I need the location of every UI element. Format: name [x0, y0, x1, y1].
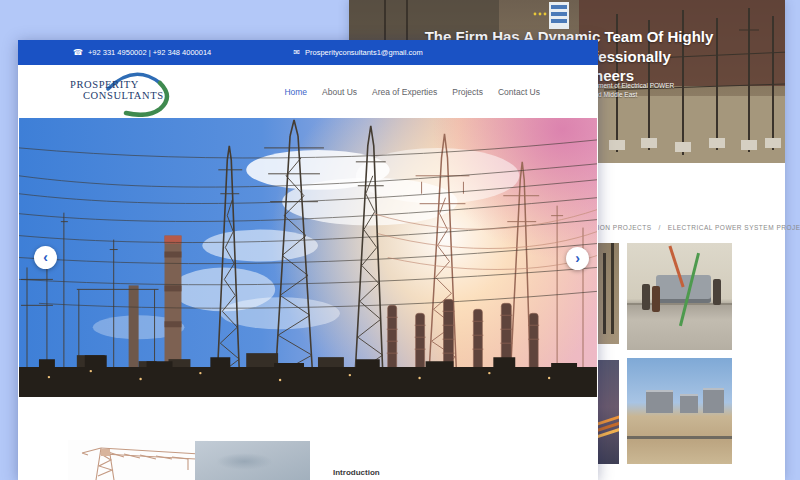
person-silhouette: [652, 286, 660, 312]
envelope-icon: ✉: [293, 49, 300, 57]
transformer-shape: [680, 394, 699, 413]
road-line: [627, 436, 732, 439]
power-station-photo: [18, 118, 598, 397]
transformer-shape: [646, 390, 673, 413]
equipment-shape: [656, 275, 711, 303]
email-address[interactable]: Prosperityconsultants1@gmail.com: [305, 48, 423, 57]
project-category-links: TION PROJECTS/ELECTRICAL POWER SYSTEM PR…: [593, 224, 800, 231]
intro-section: Introduction: [18, 397, 598, 480]
category-link-electrical[interactable]: ELECTRICAL POWER SYSTEM PROJECTS: [668, 224, 800, 231]
hero-carousel: ‹ ›: [18, 118, 598, 397]
carousel-next-button[interactable]: ›: [566, 247, 589, 270]
crane-image: [68, 440, 208, 480]
site-header: PROSPERITY CONSULTANTS Home About Us Are…: [18, 65, 598, 118]
logo-line2: CONSULTANTS: [83, 90, 164, 101]
person-silhouette: [713, 279, 721, 305]
desktop-canvas: The Firm Has A Dynamic Team Of Highly Qu…: [0, 0, 800, 480]
chevron-right-icon: ›: [575, 251, 580, 265]
cloud-patch: [216, 453, 274, 471]
nav-item-about-us[interactable]: About Us: [322, 87, 357, 97]
nav-item-projects[interactable]: Projects: [452, 87, 483, 97]
project-thumbnail-indoor-substation[interactable]: [627, 243, 732, 350]
chevron-left-icon: ‹: [43, 250, 48, 264]
phone-numbers[interactable]: +92 331 4950002 | +92 348 4000014: [88, 48, 211, 57]
phone-icon: ☎: [73, 49, 83, 57]
introduction-heading: Introduction: [333, 468, 380, 477]
main-navigation: Home About Us Area of Experties Projects…: [284, 65, 540, 118]
carousel-prev-button[interactable]: ‹: [34, 246, 57, 269]
logo-text: PROSPERITY CONSULTANTS: [70, 79, 164, 101]
sky-image: [195, 441, 310, 480]
rear-hero-subtext-line1: ment of Electrical POWER: [598, 81, 674, 90]
category-link-substation[interactable]: TION PROJECTS: [593, 224, 652, 231]
transformer-shape: [703, 388, 724, 413]
rear-hero-subtext-line2: d Middle East: [598, 90, 637, 99]
logo-line1: PROSPERITY: [70, 79, 164, 90]
category-separator: /: [659, 224, 661, 231]
person-silhouette: [642, 284, 650, 310]
nav-item-area-of-experties[interactable]: Area of Experties: [372, 87, 437, 97]
nav-item-home[interactable]: Home: [284, 87, 307, 97]
contact-topbar: ☎ +92 331 4950002 | +92 348 4000014 ✉ Pr…: [18, 40, 598, 65]
topbar-email-group[interactable]: ✉ Prosperityconsultants1@gmail.com: [293, 48, 422, 57]
nav-item-contact-us[interactable]: Contact Us: [498, 87, 540, 97]
company-logo[interactable]: PROSPERITY CONSULTANTS: [56, 67, 191, 117]
project-thumbnail-transformer-yard[interactable]: [627, 358, 732, 464]
topbar-phone-group[interactable]: ☎ +92 331 4950002 | +92 348 4000014: [73, 48, 211, 57]
main-window: ☎ +92 331 4950002 | +92 348 4000014 ✉ Pr…: [18, 40, 598, 480]
